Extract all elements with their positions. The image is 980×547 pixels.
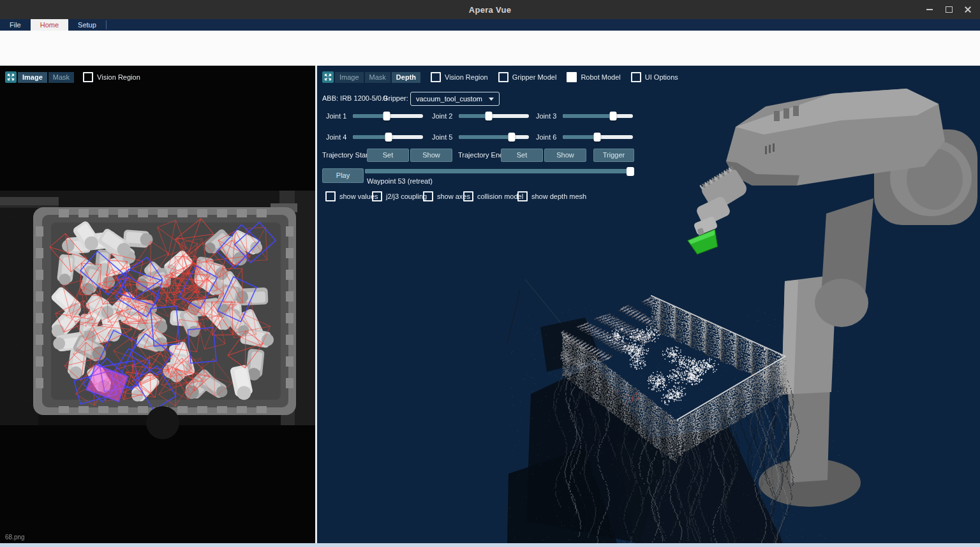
joint-4-slider[interactable]: Joint 4 bbox=[326, 133, 423, 141]
slider-handle[interactable] bbox=[593, 133, 600, 142]
slider-handle[interactable] bbox=[610, 112, 617, 120]
checkbox-icon bbox=[83, 72, 93, 82]
joint-5-slider[interactable]: Joint 5 bbox=[432, 133, 529, 141]
left-tab-mask[interactable]: Mask bbox=[48, 72, 74, 83]
slider-handle[interactable] bbox=[508, 133, 515, 142]
joint-3-slider[interactable]: Joint 3 bbox=[536, 112, 633, 120]
gripper-model-checkbox[interactable]: Gripper Model bbox=[498, 72, 557, 82]
trajectory-start-set-button[interactable]: Set bbox=[367, 149, 409, 162]
toolbar: Camera Pair: cepheid_recording New Captu… bbox=[0, 31, 980, 66]
scene-3d-panel: Image Mask Depth Vision Region Gripper M… bbox=[317, 66, 980, 543]
left-vision-region-checkbox[interactable]: Vision Region bbox=[83, 72, 140, 82]
bottom-strip bbox=[0, 543, 980, 547]
expand-arrows-icon bbox=[7, 73, 15, 81]
checkbox-icon bbox=[517, 191, 528, 201]
left-tab-image[interactable]: Image bbox=[18, 72, 47, 83]
trajectory-end-show-button[interactable]: Show bbox=[544, 149, 586, 162]
expand-view-button[interactable] bbox=[322, 71, 334, 83]
checkbox-icon bbox=[498, 72, 509, 82]
close-button[interactable] bbox=[958, 0, 977, 19]
ui-options-checkbox[interactable]: UI Options bbox=[631, 72, 678, 82]
show-depth-mesh-checkbox[interactable]: show depth mesh bbox=[517, 191, 586, 201]
waypoint-progress-slider[interactable] bbox=[365, 169, 633, 173]
vision-region-checkbox[interactable]: Vision Region bbox=[431, 72, 488, 82]
menu-separator bbox=[106, 20, 107, 29]
play-button[interactable]: Play bbox=[322, 168, 364, 183]
tab-setup[interactable]: Setup bbox=[68, 19, 106, 31]
right-tab-depth[interactable]: Depth bbox=[392, 72, 420, 83]
trajectory-start-show-button[interactable]: Show bbox=[410, 149, 452, 162]
robot-model-label: ABB: IRB 1200-5/0.9 bbox=[322, 94, 387, 102]
content-area: Image Mask Vision Region 68.png Image Ma… bbox=[0, 66, 980, 543]
right-panel-header: Image Mask Depth Vision Region Gripper M… bbox=[322, 71, 678, 83]
joint-1-slider[interactable]: Joint 1 bbox=[326, 112, 423, 120]
camera-image-panel: Image Mask Vision Region 68.png bbox=[0, 66, 315, 543]
slider-handle[interactable] bbox=[383, 112, 390, 120]
expand-view-button[interactable] bbox=[5, 71, 17, 83]
joint-6-slider[interactable]: Joint 6 bbox=[536, 133, 633, 141]
camera-image-viewport bbox=[0, 66, 315, 543]
tab-file[interactable]: File bbox=[0, 19, 31, 31]
minimize-button[interactable] bbox=[920, 0, 939, 19]
maximize-button[interactable] bbox=[939, 0, 958, 19]
robot-model-checkbox[interactable]: Robot Model bbox=[567, 72, 620, 82]
menu-bar: File Home Setup bbox=[0, 19, 980, 31]
tab-home[interactable]: Home bbox=[31, 19, 68, 31]
checkbox-icon bbox=[567, 72, 577, 82]
gripper-label: Gripper: bbox=[383, 94, 408, 102]
current-file-label: 68.png bbox=[5, 534, 25, 541]
slider-handle[interactable] bbox=[486, 112, 493, 120]
waypoint-label: Waypoint 53 (retreat) bbox=[367, 177, 433, 185]
chevron-down-icon bbox=[489, 98, 494, 101]
title-bar: Apera Vue bbox=[0, 0, 980, 19]
gripper-select[interactable]: vacuum_tool_custom bbox=[410, 92, 500, 106]
trajectory-end-label: Trajectory End bbox=[458, 151, 503, 159]
close-icon bbox=[964, 6, 972, 13]
show-values-checkbox[interactable]: show values bbox=[325, 191, 378, 201]
collision-model-checkbox[interactable]: collision model bbox=[463, 191, 523, 201]
j2-j3-coupling-checkbox[interactable]: j2/j3 coupling bbox=[372, 191, 427, 201]
checkbox-icon bbox=[463, 191, 473, 201]
minimize-icon bbox=[926, 9, 933, 10]
gripper-value: vacuum_tool_custom bbox=[416, 95, 482, 103]
trajectory-end-set-button[interactable]: Set bbox=[501, 149, 543, 162]
checkbox-icon bbox=[631, 72, 641, 82]
left-panel-header: Image Mask Vision Region bbox=[5, 71, 140, 83]
trajectory-start-label: Trajectory Start bbox=[322, 151, 370, 159]
checkbox-icon bbox=[372, 191, 382, 201]
right-tab-image[interactable]: Image bbox=[335, 72, 364, 83]
checkbox-icon bbox=[431, 72, 441, 82]
checkbox-icon bbox=[325, 191, 336, 201]
right-tab-mask[interactable]: Mask bbox=[365, 72, 390, 83]
window-title: Apera Vue bbox=[469, 5, 512, 15]
checkbox-icon bbox=[423, 191, 433, 201]
slider-handle[interactable] bbox=[385, 133, 392, 142]
expand-arrows-icon bbox=[324, 73, 332, 81]
joint-2-slider[interactable]: Joint 2 bbox=[432, 112, 529, 120]
slider-handle[interactable] bbox=[627, 167, 634, 176]
trigger-button[interactable]: Trigger bbox=[593, 149, 634, 162]
maximize-icon bbox=[946, 6, 953, 13]
